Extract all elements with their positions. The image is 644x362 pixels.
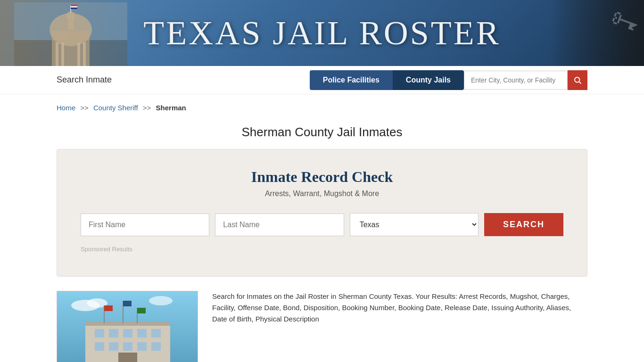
breadcrumb: Home >> County Sheriff >> Sherman xyxy=(0,94,644,116)
search-inmate-label: Search Inmate xyxy=(57,75,112,85)
breadcrumb-current: Sherman xyxy=(156,104,186,112)
capitol-illustration xyxy=(14,2,127,66)
site-title: Texas Jail Roster xyxy=(143,14,500,53)
svg-rect-32 xyxy=(118,353,137,362)
svg-rect-22 xyxy=(95,329,104,337)
sponsored-results-label: Sponsored Results xyxy=(81,246,563,253)
svg-rect-23 xyxy=(109,329,118,337)
bottom-section: Search for Inmates on the Jail Roster in… xyxy=(0,291,644,362)
svg-rect-13 xyxy=(71,8,77,9)
svg-rect-26 xyxy=(151,329,161,337)
header-banner: Texas Jail Roster 🗝 xyxy=(0,0,644,66)
breadcrumb-county-sheriff[interactable]: County Sheriff xyxy=(93,104,138,112)
facility-search-button[interactable] xyxy=(568,70,587,90)
building-illustration xyxy=(57,291,198,362)
building-image xyxy=(57,291,198,362)
search-submit-button[interactable]: SEARCH xyxy=(484,213,563,236)
breadcrumb-sep-1: >> xyxy=(80,104,89,112)
police-facilities-button[interactable]: Police Facilities xyxy=(310,70,393,90)
svg-rect-21 xyxy=(85,322,170,326)
record-check-box: Inmate Record Check Arrests, Warrant, Mu… xyxy=(57,149,587,277)
bottom-description: Search for Inmates on the Jail Roster in… xyxy=(212,291,587,362)
svg-rect-25 xyxy=(137,329,147,337)
svg-line-15 xyxy=(579,82,581,83)
svg-rect-31 xyxy=(151,342,161,351)
svg-rect-24 xyxy=(123,329,132,337)
svg-rect-12 xyxy=(71,6,77,8)
breadcrumb-home[interactable]: Home xyxy=(57,104,75,112)
facility-search-input[interactable] xyxy=(464,71,568,90)
svg-rect-38 xyxy=(137,308,146,313)
search-icon xyxy=(573,76,582,84)
svg-point-5 xyxy=(66,12,75,19)
svg-rect-34 xyxy=(104,305,113,311)
search-form-row: AlabamaAlaskaArizonaArkansasCaliforniaCo… xyxy=(81,213,563,236)
svg-rect-8 xyxy=(77,42,80,66)
last-name-input[interactable] xyxy=(215,214,344,236)
svg-rect-9 xyxy=(83,42,86,66)
breadcrumb-sep-2: >> xyxy=(143,104,151,112)
navbar: Search Inmate Police Facilities County J… xyxy=(0,66,644,94)
svg-rect-7 xyxy=(61,42,64,66)
navbar-right: Police Facilities County Jails xyxy=(310,70,587,90)
first-name-input[interactable] xyxy=(81,214,209,236)
record-check-title: Inmate Record Check xyxy=(81,168,563,186)
svg-rect-29 xyxy=(123,342,132,351)
svg-point-19 xyxy=(149,296,173,305)
svg-rect-30 xyxy=(137,342,147,351)
record-check-subtitle: Arrests, Warrant, Mugshot & More xyxy=(81,189,563,198)
page-title: Sherman County Jail Inmates xyxy=(0,125,644,140)
svg-point-14 xyxy=(575,77,580,82)
svg-rect-28 xyxy=(109,342,118,351)
state-select[interactable]: AlabamaAlaskaArizonaArkansasCaliforniaCo… xyxy=(350,213,479,236)
county-jails-button[interactable]: County Jails xyxy=(393,70,464,90)
svg-rect-27 xyxy=(95,342,104,351)
svg-rect-6 xyxy=(56,42,58,66)
svg-rect-36 xyxy=(123,301,132,306)
